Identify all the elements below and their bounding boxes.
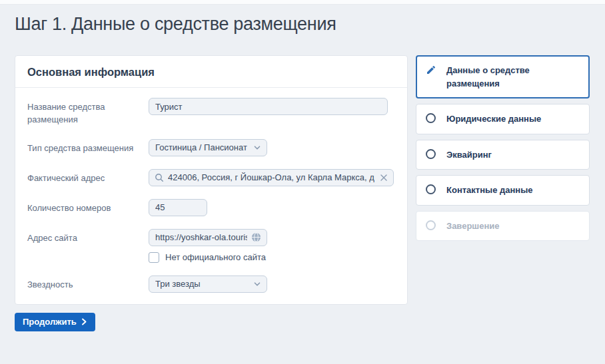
website-input[interactable] [155, 232, 251, 242]
rooms-input[interactable] [149, 199, 207, 216]
search-icon [155, 173, 164, 182]
chevron-down-icon [253, 144, 261, 152]
field-row-website: Адрес сайта Нет официальн [27, 229, 395, 263]
type-label: Тип средства размещения [27, 139, 141, 155]
card-title: Основная информация [27, 66, 395, 79]
step-contact-data[interactable]: Контактные данные [416, 175, 590, 206]
address-label: Фактический адрес [27, 169, 141, 185]
step-label: Юридические данные [446, 112, 541, 126]
clear-icon[interactable] [380, 174, 388, 182]
step-circle-icon [426, 220, 436, 231]
website-label: Адрес сайта [27, 229, 141, 245]
type-select-value: Гостиница / Пансионат [155, 142, 247, 152]
pencil-icon [426, 65, 436, 75]
step-legal-data[interactable]: Юридические данные [416, 104, 590, 134]
field-row-address: Фактический адрес [27, 169, 395, 186]
main-info-card: Основная информация Название средства ра… [15, 55, 408, 305]
continue-button[interactable]: Продолжить [15, 313, 95, 331]
globe-icon [251, 232, 261, 242]
field-row-stars: Звездность Три звезды [27, 275, 395, 293]
no-website-label: Нет официального сайта [165, 252, 266, 262]
step-label: Контактные данные [446, 184, 533, 197]
stars-select-value: Три звезды [155, 279, 201, 289]
card-header: Основная информация [15, 56, 407, 88]
type-select[interactable]: Гостиница / Пансионат [149, 139, 267, 156]
step-circle-icon [426, 149, 436, 160]
step-circle-icon [426, 184, 436, 195]
name-input[interactable] [149, 98, 388, 115]
no-website-row: Нет официального сайта [149, 252, 395, 263]
field-row-type: Тип средства размещения Гостиница / Панс… [27, 139, 395, 156]
rooms-label: Количество номеров [27, 199, 141, 215]
stars-label: Звездность [27, 275, 141, 291]
step-label: Эквайринг [446, 148, 492, 162]
step-circle-icon [426, 113, 436, 124]
page-title: Шаг 1. Данные о средстве размещения [15, 14, 605, 35]
step-completion: Завершение [416, 211, 590, 242]
no-website-checkbox[interactable] [149, 252, 159, 263]
steps-sidebar: Данные о средстве размещения Юридические… [416, 55, 590, 246]
chevron-right-icon [81, 318, 87, 325]
layout: Основная информация Название средства ра… [15, 55, 590, 331]
continue-button-label: Продолжить [23, 317, 77, 327]
chevron-down-icon [253, 280, 261, 288]
address-input[interactable] [164, 172, 380, 182]
field-row-name: Название средства размещения [27, 98, 395, 126]
step-acquiring[interactable]: Эквайринг [416, 140, 590, 170]
step-label: Завершение [446, 220, 500, 233]
step-accommodation-data[interactable]: Данные о средстве размещения [416, 55, 590, 98]
main-content: Основная информация Название средства ра… [15, 55, 408, 331]
website-field [149, 229, 267, 246]
field-row-rooms: Количество номеров [27, 199, 395, 216]
top-edge-strip [0, 0, 605, 5]
step-label: Данные о средстве размещения [446, 64, 580, 90]
name-label: Название средства размещения [27, 98, 141, 126]
stars-select[interactable]: Три звезды [149, 275, 267, 293]
address-field [149, 169, 394, 186]
